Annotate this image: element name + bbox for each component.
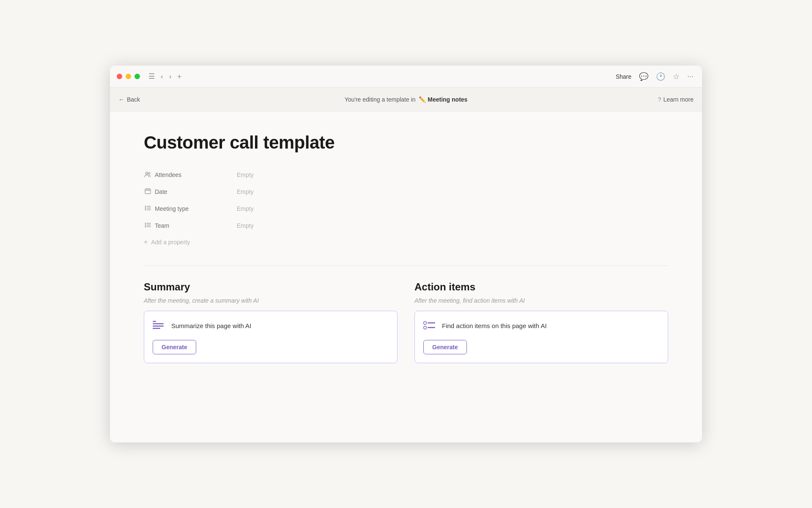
- action-items-ai-card: Find action items on this page with AI G…: [414, 311, 668, 363]
- help-circle-icon: ?: [658, 96, 661, 103]
- summary-title: Summary: [144, 281, 398, 293]
- svg-rect-23: [428, 323, 435, 324]
- ai-sections-grid: Summary After the meeting, create a summ…: [144, 281, 668, 363]
- svg-rect-21: [153, 328, 160, 329]
- attendees-label: Attendees: [144, 171, 237, 179]
- back-button[interactable]: ← Back: [118, 96, 140, 103]
- banner-text: You're editing a template in ✏️ Meeting …: [345, 96, 468, 103]
- svg-rect-20: [153, 326, 164, 327]
- navigation-controls: ☰ ‹ › +: [148, 72, 181, 81]
- property-row-team: Team Empty: [144, 217, 668, 234]
- share-button[interactable]: Share: [616, 73, 631, 80]
- summary-card-header: Summarize this page with AI: [153, 319, 389, 332]
- summary-description: After the meeting, create a summary with…: [144, 297, 398, 304]
- summary-card-title: Summarize this page with AI: [171, 322, 251, 329]
- banner-prefix: You're editing a template in: [345, 96, 416, 103]
- minimize-button[interactable]: [126, 74, 131, 79]
- svg-rect-25: [428, 327, 435, 329]
- summary-section: Summary After the meeting, create a summ…: [144, 281, 398, 363]
- title-bar-right: Share 💬 🕐 ☆ ···: [616, 72, 694, 81]
- more-options-icon[interactable]: ···: [687, 72, 694, 81]
- attendees-value[interactable]: Empty: [237, 171, 254, 178]
- traffic-lights: [117, 74, 140, 79]
- close-button[interactable]: [117, 74, 122, 79]
- page-title[interactable]: Customer call template: [144, 133, 668, 153]
- calendar-icon: [144, 188, 151, 196]
- history-icon[interactable]: 🕐: [656, 72, 665, 81]
- add-icon[interactable]: +: [177, 72, 181, 81]
- svg-point-1: [148, 172, 150, 174]
- svg-point-22: [424, 322, 427, 325]
- back-arrow-icon: ←: [118, 96, 124, 103]
- back-label: Back: [127, 96, 140, 103]
- svg-point-8: [145, 207, 146, 209]
- properties-section: Attendees Empty Date: [144, 166, 668, 248]
- star-icon[interactable]: ☆: [673, 72, 680, 81]
- action-items-description: After the meeting, find action items wit…: [414, 297, 668, 304]
- maximize-button[interactable]: [134, 74, 140, 79]
- action-items-card-title: Find action items on this page with AI: [442, 322, 547, 329]
- svg-rect-18: [153, 321, 156, 322]
- hamburger-icon[interactable]: ☰: [148, 72, 155, 81]
- banner-emoji: ✏️: [419, 96, 426, 103]
- add-property-row[interactable]: + Add a property: [144, 236, 668, 248]
- summary-ai-card: Summarize this page with AI Generate: [144, 311, 398, 363]
- action-items-section: Action items After the meeting, find act…: [414, 281, 668, 363]
- learn-more-button[interactable]: ? Learn more: [658, 96, 694, 103]
- property-row-meeting-type: Meeting type Empty: [144, 200, 668, 217]
- svg-point-10: [145, 209, 146, 210]
- comment-icon[interactable]: 💬: [639, 72, 648, 81]
- action-items-title: Action items: [414, 281, 668, 293]
- svg-rect-2: [145, 189, 151, 194]
- app-window: ☰ ‹ › + Share 💬 🕐 ☆ ··· ← Back You're ed…: [110, 66, 702, 442]
- add-property-label: Add a property: [151, 239, 190, 246]
- meeting-type-label-text: Meeting type: [155, 205, 189, 212]
- action-items-generate-button[interactable]: Generate: [423, 340, 467, 354]
- main-content: Customer call template Attendees: [110, 111, 702, 442]
- svg-point-14: [145, 224, 146, 226]
- svg-point-6: [145, 206, 146, 207]
- list-icon-team: [144, 222, 151, 229]
- action-items-card-header: Find action items on this page with AI: [423, 319, 659, 332]
- svg-point-12: [145, 223, 146, 224]
- add-property-plus-icon: +: [144, 238, 148, 246]
- date-value[interactable]: Empty: [237, 188, 254, 195]
- team-label: Team: [144, 222, 237, 229]
- learn-more-label: Learn more: [663, 96, 694, 103]
- summary-generate-button[interactable]: Generate: [153, 340, 196, 354]
- meeting-type-label: Meeting type: [144, 205, 237, 212]
- section-divider: [144, 265, 668, 266]
- template-banner: ← Back You're editing a template in ✏️ M…: [110, 88, 702, 111]
- svg-rect-19: [153, 323, 164, 325]
- team-value[interactable]: Empty: [237, 222, 254, 229]
- forward-arrow-icon[interactable]: ›: [169, 72, 172, 81]
- svg-point-16: [145, 226, 146, 227]
- property-row-date: Date Empty: [144, 183, 668, 200]
- list-icon: [144, 205, 151, 212]
- team-label-text: Team: [155, 222, 169, 229]
- title-bar: ☰ ‹ › + Share 💬 🕐 ☆ ···: [110, 66, 702, 88]
- action-items-icon: [423, 319, 437, 332]
- date-label: Date: [144, 188, 237, 196]
- svg-point-0: [146, 172, 148, 174]
- people-icon: [144, 171, 151, 179]
- property-row-attendees: Attendees Empty: [144, 166, 668, 183]
- summarize-icon: [153, 319, 166, 332]
- attendees-label-text: Attendees: [155, 171, 181, 178]
- svg-point-24: [424, 326, 427, 329]
- back-arrow-icon[interactable]: ‹: [161, 72, 163, 81]
- notebook-name[interactable]: Meeting notes: [428, 96, 467, 103]
- date-label-text: Date: [155, 188, 167, 195]
- meeting-type-value[interactable]: Empty: [237, 205, 254, 212]
